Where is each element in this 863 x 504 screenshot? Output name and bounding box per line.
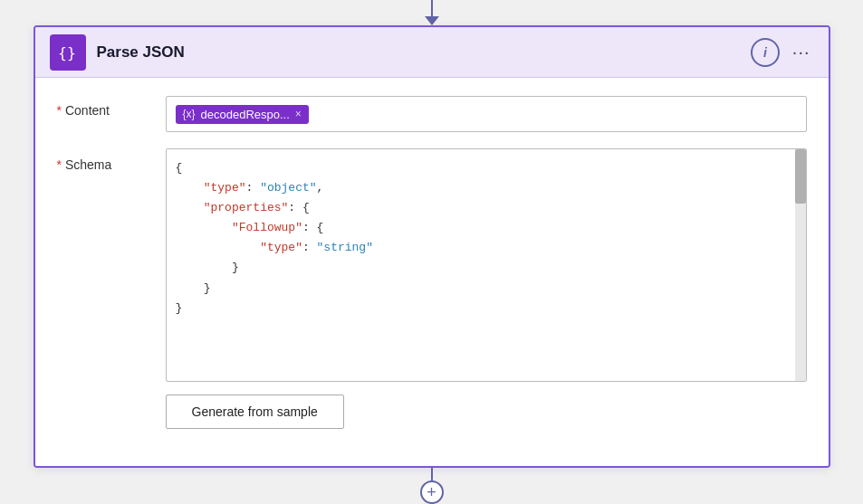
schema-row: *Schema { "type": "object", "properties"… [57,148,807,429]
schema-scrollbar[interactable] [795,149,806,381]
svg-text:{}: {} [58,43,76,61]
decoded-respo-token[interactable]: {x} decodedRespo... × [176,105,309,124]
canvas: {} Parse JSON i ··· *Content [0,0,863,504]
token-close-button[interactable]: × [295,108,302,120]
token-name: decodedRespo... [201,108,290,121]
add-step-button[interactable]: + [420,480,444,504]
connector-line-bottom [431,468,433,480]
card-body: *Content {x} decodedRespo... × *Schema [35,78,829,467]
schema-label: *Schema [57,148,166,172]
braces-icon: {} [58,43,78,62]
bottom-connector: + [420,468,444,504]
content-field[interactable]: {x} decodedRespo... × [166,96,807,132]
required-star-schema: * [57,157,62,172]
connector-arrow-top [425,16,439,25]
token-icon: {x} [183,108,196,120]
info-button[interactable]: i [751,38,780,67]
more-options-button[interactable]: ··· [789,42,814,62]
card-header: {} Parse JSON i ··· [35,27,829,78]
card-title: Parse JSON [97,43,740,62]
parse-json-card: {} Parse JSON i ··· *Content [34,25,830,468]
top-connector [425,0,439,25]
card-icon-wrap: {} [50,34,86,71]
header-actions: i ··· [751,38,814,67]
schema-code-block: { "type": "object", "properties": { "Fol… [167,149,806,381]
schema-field: { "type": "object", "properties": { "Fol… [166,148,807,429]
generate-from-sample-button[interactable]: Generate from sample [166,395,344,429]
required-star-content: * [57,103,62,118]
schema-scrollbar-thumb [795,149,806,204]
schema-textarea[interactable]: { "type": "object", "properties": { "Fol… [166,148,807,382]
content-row: *Content {x} decodedRespo... × [57,96,807,132]
connector-line-top [431,0,433,16]
content-label: *Content [57,96,166,118]
